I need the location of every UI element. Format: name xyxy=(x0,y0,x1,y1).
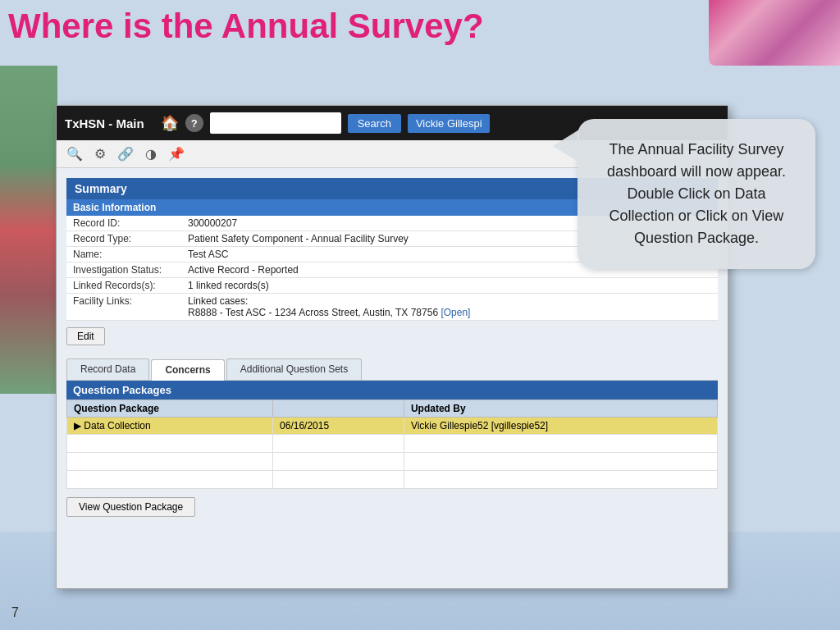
field-label: Facility Links: xyxy=(66,294,181,321)
home-icon[interactable]: 🏠 xyxy=(161,114,179,132)
field-value: Linked cases:R8888 - Test ASC - 1234 Acr… xyxy=(181,294,718,321)
list-item xyxy=(67,453,718,471)
tab-concerns[interactable]: Concerns xyxy=(151,359,224,381)
nav-title: TxHSN - Main xyxy=(65,116,144,130)
bg-berries xyxy=(0,66,57,394)
question-packages-section: Question Packages Question Package Updat… xyxy=(66,381,718,517)
view-question-package-button[interactable]: View Question Package xyxy=(66,497,195,517)
list-item xyxy=(67,435,718,453)
open-link[interactable]: [Open] xyxy=(441,307,470,318)
table-header-row: Question Package Updated By xyxy=(67,400,718,418)
field-label: Name: xyxy=(66,247,181,262)
page-title: Where is the Annual Survey? xyxy=(8,7,484,46)
field-label: Record Type: xyxy=(66,231,181,247)
table-row: Facility Links: Linked cases:R8888 - Tes… xyxy=(66,294,718,321)
edit-button[interactable]: Edit xyxy=(66,327,105,345)
tab-additional-question-sets[interactable]: Additional Question Sets xyxy=(226,358,362,380)
settings-icon[interactable]: ⚙ xyxy=(91,144,109,163)
chart-icon[interactable]: ◑ xyxy=(142,144,160,163)
qp-date: 06/16/2015 xyxy=(273,418,404,435)
col-question-package: Question Package xyxy=(67,400,273,418)
qp-updated-by: Vickie Gillespie52 [vgillespie52] xyxy=(404,418,717,435)
col-updated-by: Updated By xyxy=(404,400,717,418)
tab-record-data[interactable]: Record Data xyxy=(66,358,149,380)
search-input[interactable] xyxy=(210,112,341,134)
callout-text: The Annual Facility Survey dashboard wil… xyxy=(607,141,786,246)
field-label: Record ID: xyxy=(66,216,181,231)
bg-flowers xyxy=(709,0,840,66)
table-row: Linked Records(s): 1 linked records(s) xyxy=(66,278,718,294)
page-number: 7 xyxy=(11,605,19,620)
question-packages-header: Question Packages xyxy=(66,381,718,399)
callout-bubble: The Annual Facility Survey dashboard wil… xyxy=(578,119,815,269)
share-icon[interactable]: 🔗 xyxy=(114,144,137,163)
list-item[interactable]: ▶ Data Collection 06/16/2015 Vickie Gill… xyxy=(67,418,718,435)
tabs-bar: Record Data Concerns Additional Question… xyxy=(66,358,718,381)
list-item xyxy=(67,471,718,489)
user-menu[interactable]: Vickie Gillespi xyxy=(408,114,490,133)
help-icon[interactable]: ? xyxy=(185,114,203,132)
pin-icon[interactable]: 📌 xyxy=(165,144,188,163)
qp-name: ▶ Data Collection xyxy=(67,418,273,435)
col-date xyxy=(273,400,404,418)
question-packages-table: Question Package Updated By ▶ Data Colle… xyxy=(66,399,718,489)
search-button[interactable]: Search xyxy=(348,114,401,133)
search-icon[interactable]: 🔍 xyxy=(63,144,86,163)
field-value: 1 linked records(s) xyxy=(181,278,718,294)
field-label: Linked Records(s): xyxy=(66,278,181,294)
field-label: Investigation Status: xyxy=(66,262,181,278)
